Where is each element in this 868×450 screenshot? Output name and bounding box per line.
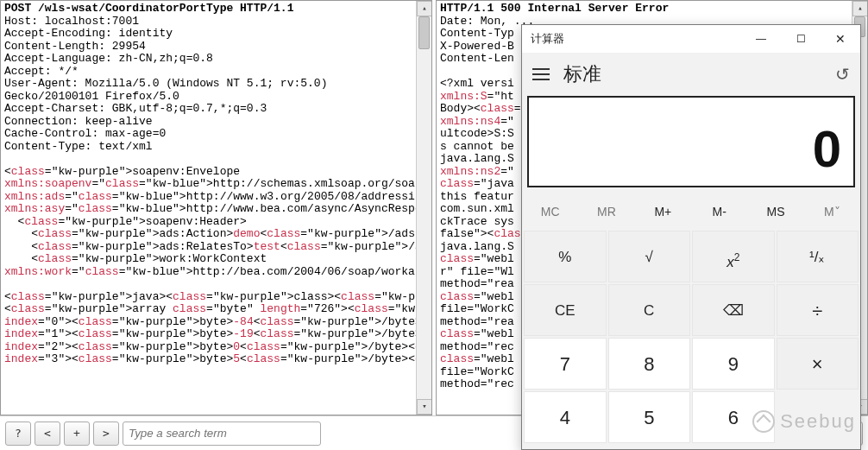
search-input[interactable] (123, 421, 321, 446)
calc-titlebar[interactable]: 计算器 — ☐ ✕ (522, 25, 860, 53)
key-x²[interactable]: x2 (692, 231, 775, 282)
scrollbar-v-left[interactable]: ▴ ▾ (416, 1, 431, 415)
footer-button[interactable]: > (93, 421, 119, 446)
key-¹/ₓ[interactable]: ¹/ₓ (777, 231, 859, 282)
calc-title: 计算器 (531, 31, 564, 47)
key-7[interactable]: 7 (524, 338, 607, 390)
footer-button[interactable]: < (35, 421, 60, 446)
mem-m-[interactable]: M- (691, 194, 747, 229)
request-text[interactable]: POST /wls-wsat/CoordinatorPortType HTTP/… (1, 1, 416, 415)
menu-icon[interactable] (532, 68, 550, 80)
watermark: Seebug (752, 410, 856, 433)
key-9[interactable]: 9 (692, 338, 775, 390)
watermark-text: Seebug (780, 410, 856, 433)
key-5[interactable]: 5 (608, 391, 691, 443)
mem-m˅: M˅ (804, 194, 860, 229)
key-8[interactable]: 8 (608, 338, 691, 390)
scroll-up-icon[interactable]: ▴ (852, 1, 868, 16)
mode-label: 标准 (563, 61, 601, 87)
memory-row: MCMRM+M-MSM˅ (522, 194, 860, 229)
mem-mc: MC (522, 194, 578, 229)
footer-button[interactable]: + (64, 421, 90, 446)
footer-button[interactable]: ? (5, 421, 31, 446)
key-C[interactable]: C (608, 284, 691, 336)
calculator-window: 计算器 — ☐ ✕ 标准 ↺ 0 MCMRM+M-MSM˅ %√x2¹/ₓCEC… (521, 24, 861, 450)
calc-mode-bar: 标准 ↺ (522, 53, 860, 96)
key-÷[interactable]: ÷ (777, 284, 859, 336)
key-⌫[interactable]: ⌫ (692, 284, 775, 336)
maximize-button[interactable]: ☐ (781, 25, 821, 53)
key-√[interactable]: √ (608, 231, 691, 282)
watermark-icon (752, 410, 775, 433)
minimize-button[interactable]: — (741, 25, 781, 53)
key-CE[interactable]: CE (524, 284, 607, 336)
scroll-up-icon[interactable]: ▴ (417, 1, 432, 16)
request-pane: POST /wls-wsat/CoordinatorPortType HTTP/… (0, 0, 432, 415)
history-icon[interactable]: ↺ (835, 64, 850, 85)
scroll-down-icon[interactable]: ▾ (417, 399, 432, 415)
mem-mr: MR (578, 194, 634, 229)
mem-m+[interactable]: M+ (635, 194, 691, 229)
key-×[interactable]: × (777, 338, 859, 390)
key-4[interactable]: 4 (524, 391, 607, 443)
key-%[interactable]: % (524, 231, 607, 282)
close-button[interactable]: ✕ (821, 25, 860, 53)
calc-display: 0 (527, 96, 855, 187)
mem-ms[interactable]: MS (747, 194, 803, 229)
scroll-thumb[interactable] (418, 16, 430, 49)
